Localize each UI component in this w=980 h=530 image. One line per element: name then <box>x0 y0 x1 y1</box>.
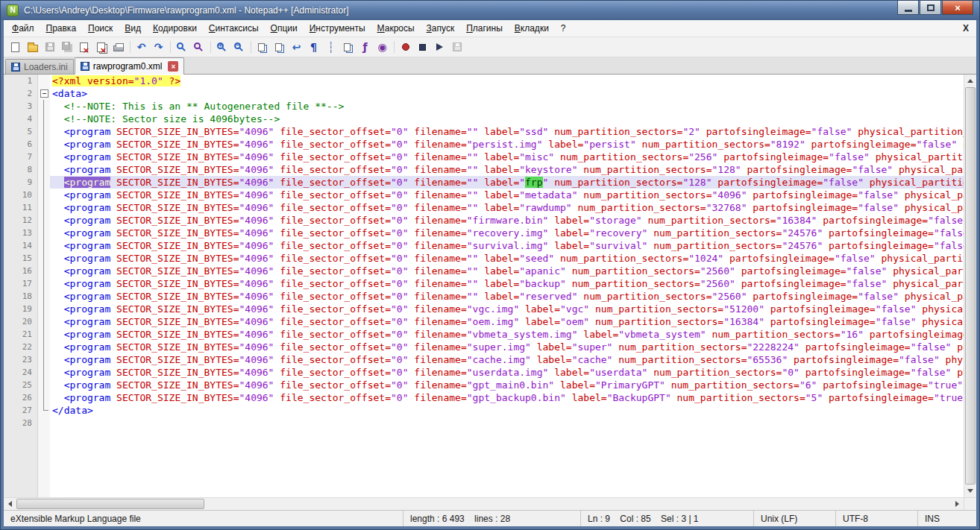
zoom-in-button[interactable] <box>213 39 230 56</box>
minimize-button[interactable] <box>897 1 919 15</box>
code-line-27[interactable]: 27</data> <box>4 404 964 417</box>
tab-rawprogram0-xml[interactable]: rawprogram0.xml× <box>75 57 185 75</box>
line-number: 22 <box>4 341 38 353</box>
redo-button[interactable]: ↷ <box>150 39 167 56</box>
menu-item-language[interactable]: Синтаксисы <box>203 21 265 36</box>
vertical-scrollbar[interactable] <box>964 75 976 497</box>
fold-toggle[interactable] <box>38 87 50 100</box>
horizontal-scroll-thumb[interactable] <box>16 499 204 509</box>
sync-horizontal-button[interactable] <box>271 39 288 56</box>
print-button[interactable] <box>110 39 127 56</box>
close-button[interactable]: × <box>942 1 973 15</box>
menu-doc-close-button[interactable]: X <box>955 23 976 34</box>
maximize-button[interactable] <box>920 1 941 15</box>
menu-item-file[interactable]: Файл <box>6 21 40 36</box>
menu-item-run[interactable]: Запуск <box>421 21 461 36</box>
code-line-28[interactable]: 28 <box>4 417 964 429</box>
menu-item-view[interactable]: Вид <box>119 21 147 36</box>
toolbar-separator <box>248 40 254 54</box>
code-line-2[interactable]: 2<data> <box>4 87 964 100</box>
zoom-out-button[interactable] <box>230 39 248 56</box>
vertical-scroll-thumb[interactable] <box>965 87 976 485</box>
close-file-button[interactable] <box>75 39 92 56</box>
code-line-11[interactable]: 11 <program SECTOR_SIZE_IN_BYTES="4096" … <box>4 201 964 214</box>
code-line-15[interactable]: 15 <program SECTOR_SIZE_IN_BYTES="4096" … <box>4 252 964 265</box>
code-line-6[interactable]: 6 <program SECTOR_SIZE_IN_BYTES="4096" f… <box>4 138 964 151</box>
tab-loaders-ini[interactable]: Loaders.ini <box>5 59 74 74</box>
code-line-13[interactable]: 13 <program SECTOR_SIZE_IN_BYTES="4096" … <box>4 227 964 239</box>
macro-record-button[interactable] <box>397 39 414 56</box>
code-line-20[interactable]: 20 <program SECTOR_SIZE_IN_BYTES="4096" … <box>4 315 964 328</box>
code-line-8[interactable]: 8 <program SECTOR_SIZE_IN_BYTES="4096" f… <box>4 163 964 176</box>
scroll-right-arrow[interactable] <box>951 498 964 510</box>
menu-item-plugins[interactable]: Плагины <box>460 21 509 36</box>
code-line-4[interactable]: 4 <!--NOTE: Sector size is 4096bytes--> <box>4 113 964 125</box>
document-monitoring-button[interactable]: ◉ <box>374 39 391 56</box>
scrollbar-corner <box>964 497 976 510</box>
close-all-button[interactable] <box>92 39 110 56</box>
menu-item-tabs[interactable]: Вкладки <box>509 21 555 36</box>
status-insert-mode[interactable]: INS <box>918 511 976 526</box>
code-area[interactable]: 1<?xml version="1.0" ?>2<data>3 <!--NOTE… <box>4 75 964 497</box>
new-file-button[interactable] <box>7 39 24 56</box>
code-line-5[interactable]: 5 <program SECTOR_SIZE_IN_BYTES="4096" f… <box>4 125 964 138</box>
code-line-17[interactable]: 17 <program SECTOR_SIZE_IN_BYTES="4096" … <box>4 277 964 290</box>
status-eol-format[interactable]: Unix (LF) <box>754 511 836 526</box>
open-file-button[interactable] <box>24 39 41 56</box>
fold-margin <box>38 277 50 290</box>
code-line-10[interactable]: 10 <program SECTOR_SIZE_IN_BYTES="4096" … <box>4 189 964 201</box>
status-encoding[interactable]: UTF-8 <box>836 511 918 526</box>
word-wrap-button[interactable]: ↩ <box>288 39 305 56</box>
menu-item-macro[interactable]: Макросы <box>371 21 421 36</box>
code-line-12[interactable]: 12 <program SECTOR_SIZE_IN_BYTES="4096" … <box>4 214 964 227</box>
line-number: 21 <box>4 328 38 341</box>
code-line-9[interactable]: 9 <program SECTOR_SIZE_IN_BYTES="4096" f… <box>4 176 964 189</box>
scroll-down-arrow[interactable] <box>964 485 976 497</box>
find-icon <box>177 42 183 49</box>
horizontal-scroll-track[interactable] <box>16 498 951 510</box>
code-line-23[interactable]: 23 <program SECTOR_SIZE_IN_BYTES="4096" … <box>4 353 964 366</box>
menu-item-search[interactable]: Поиск <box>82 21 119 36</box>
macro-play-button[interactable] <box>431 39 448 56</box>
code-line-21[interactable]: 21 <program SECTOR_SIZE_IN_BYTES="4096" … <box>4 328 964 341</box>
code-line-22[interactable]: 22 <program SECTOR_SIZE_IN_BYTES="4096" … <box>4 341 964 353</box>
code-line-1[interactable]: 1<?xml version="1.0" ?> <box>4 75 964 87</box>
code-line-3[interactable]: 3 <!--NOTE: This is an ** Autogenerated … <box>4 100 964 113</box>
line-number: 6 <box>4 138 38 151</box>
sync-vertical-button[interactable] <box>254 39 271 56</box>
tab-bar: Loaders.inirawprogram0.xml× <box>4 57 976 75</box>
code-line-25[interactable]: 25 <program SECTOR_SIZE_IN_BYTES="4096" … <box>4 379 964 391</box>
find-button[interactable] <box>173 39 190 56</box>
menu-item-encoding[interactable]: Кодировки <box>147 21 203 36</box>
code-line-7[interactable]: 7 <program SECTOR_SIZE_IN_BYTES="4096" f… <box>4 151 964 163</box>
macro-save-button <box>448 39 465 56</box>
function-list-button[interactable]: ƒ <box>356 39 374 56</box>
macro-stop-button[interactable] <box>414 39 431 56</box>
horizontal-scroll-row <box>4 497 976 510</box>
indent-guide-button[interactable]: ┆ <box>322 39 339 56</box>
code-line-14[interactable]: 14 <program SECTOR_SIZE_IN_BYTES="4096" … <box>4 239 964 252</box>
code-line-26[interactable]: 26 <program SECTOR_SIZE_IN_BYTES="4096" … <box>4 391 964 404</box>
code-line-16[interactable]: 16 <program SECTOR_SIZE_IN_BYTES="4096" … <box>4 265 964 277</box>
menu-item-help[interactable]: ? <box>555 21 572 36</box>
show-all-characters-button[interactable]: ¶ <box>305 39 322 56</box>
code-line-19[interactable]: 19 <program SECTOR_SIZE_IN_BYTES="4096" … <box>4 303 964 315</box>
menu-item-tools[interactable]: Инструменты <box>304 21 371 36</box>
scroll-left-arrow[interactable] <box>4 498 16 510</box>
menu-item-settings[interactable]: Опции <box>265 21 304 36</box>
macro-run-multiple-button[interactable] <box>465 39 483 56</box>
code-line-24[interactable]: 24 <program SECTOR_SIZE_IN_BYTES="4096" … <box>4 366 964 379</box>
replace-button[interactable] <box>190 39 207 56</box>
line-text: <program SECTOR_SIZE_IN_BYTES="4096" fil… <box>50 125 964 138</box>
tab-close-button[interactable]: × <box>168 61 178 72</box>
doc-map-button[interactable] <box>339 39 356 56</box>
code-line-18[interactable]: 18 <program SECTOR_SIZE_IN_BYTES="4096" … <box>4 290 964 303</box>
fold-margin <box>38 138 50 151</box>
notepadpp-app-icon[interactable]: N <box>7 4 19 16</box>
undo-button[interactable]: ↶ <box>133 39 150 56</box>
line-text: <program SECTOR_SIZE_IN_BYTES="4096" fil… <box>50 201 964 214</box>
menu-item-edit[interactable]: Правка <box>40 21 83 36</box>
line-number: 25 <box>4 379 38 391</box>
scroll-up-arrow[interactable] <box>964 75 976 87</box>
horizontal-scrollbar[interactable] <box>4 497 964 510</box>
